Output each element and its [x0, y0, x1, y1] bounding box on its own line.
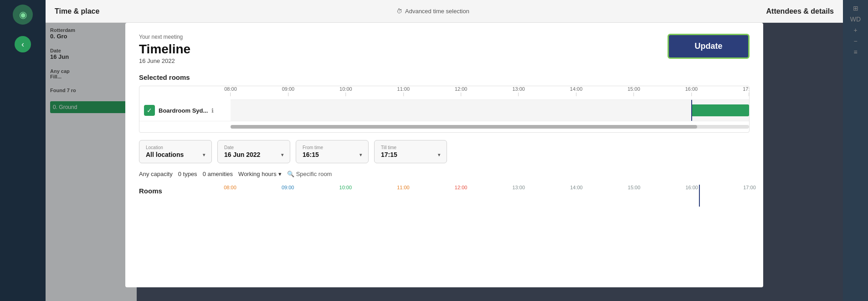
filter-row: Location All locations ▾ Date 16 Jun 202… [139, 140, 750, 163]
modal-title-block: Your next meeting Timeline 16 June 2022 [139, 34, 190, 64]
hour-tick-14: 14:00 [570, 86, 583, 96]
bottom-hour-11: 11:00 [397, 185, 410, 190]
modal-subtitle: Your next meeting [139, 34, 190, 40]
rooms-section: Rooms 08:00 09:00 10:00 11:00 12:00 13:0… [139, 185, 750, 197]
attendees-details-heading: Attendees & details [766, 7, 834, 16]
right-panel: ⊞ WD + − ≡ [843, 0, 868, 301]
hour-tick-11: 11:00 [397, 86, 410, 96]
modal-title: Timeline [139, 42, 190, 57]
timeline-container: 08:00 09:00 10:00 11:00 12:00 13:00 14:0… [139, 86, 750, 133]
bottom-hour-8: 08:00 [224, 185, 236, 190]
from-time-label: From time [303, 145, 362, 150]
date-select[interactable]: Date 16 Jun 2022 ▾ [217, 140, 290, 163]
date-label: Date [224, 145, 283, 150]
room-timeline [231, 100, 749, 121]
location-select[interactable]: Location All locations ▾ [139, 140, 212, 163]
from-time-select[interactable]: From time 16:15 ▾ [296, 140, 369, 163]
bottom-hour-17: 17:00 [743, 185, 756, 190]
scrollbar-thumb[interactable] [231, 125, 697, 129]
hours-chevron: ▾ [278, 171, 282, 177]
hour-tick-8: 08:00 [224, 86, 237, 96]
hour-tick-13: 13:00 [512, 86, 525, 96]
hour-tick-16: 16:00 [685, 86, 698, 96]
modal-header: Your next meeting Timeline 16 June 2022 … [139, 34, 750, 64]
clock-icon: ⏱ [396, 8, 402, 15]
hour-tick-10: 10:00 [339, 86, 352, 96]
hour-tick-17: 17:00 [743, 86, 750, 96]
rooms-label: Rooms [139, 187, 162, 195]
hour-tick-12: 12:00 [455, 86, 467, 96]
time-marker-line [691, 100, 692, 121]
date-value: 16 Jun 2022 ▾ [224, 151, 283, 158]
capacity-chip[interactable]: Any capacity [139, 171, 173, 177]
till-time-chevron: ▾ [438, 152, 440, 157]
room-info: ✓ Boardroom Syd... ℹ [139, 100, 231, 120]
rooms-label-col: Rooms [139, 187, 230, 195]
rooms-hours-row: 08:00 09:00 10:00 11:00 12:00 13:00 14:0… [230, 185, 750, 197]
hour-tick-9: 09:00 [282, 86, 295, 96]
till-time-select[interactable]: Till time 17:15 ▾ [374, 140, 447, 163]
timeline-header: 08:00 09:00 10:00 11:00 12:00 13:00 14:0… [139, 86, 749, 100]
till-time-value: 17:15 ▾ [381, 151, 440, 158]
minus-icon[interactable]: − [853, 37, 857, 45]
time-place-heading: Time & place [55, 7, 99, 16]
location-label: Location [146, 145, 205, 150]
wd-label: WD [850, 16, 861, 23]
settings-icon[interactable]: ≡ [853, 48, 857, 56]
modal-date: 16 June 2022 [139, 57, 190, 64]
amenities-chip[interactable]: 0 amenities [203, 171, 233, 177]
till-time-label: Till time [381, 145, 440, 150]
search-icon: 🔍 [287, 171, 294, 177]
room-check-icon[interactable]: ✓ [144, 105, 155, 116]
plus-icon[interactable]: + [853, 26, 857, 34]
grid-icon[interactable]: ⊞ [853, 5, 858, 12]
timeline-hours-row: 08:00 09:00 10:00 11:00 12:00 13:00 14:0… [231, 86, 749, 100]
room-search-chip[interactable]: 🔍 Specific room [287, 171, 332, 177]
modal: Your next meeting Timeline 16 June 2022 … [125, 23, 763, 287]
info-icon[interactable]: ℹ [211, 107, 214, 114]
bottom-time-marker [699, 185, 700, 207]
filter-chips-row: Any capacity 0 types 0 amenities Working… [139, 171, 750, 177]
logo: ◉ [13, 5, 33, 25]
bottom-hour-10: 10:00 [339, 185, 352, 190]
from-time-value: 16:15 ▾ [303, 151, 362, 158]
types-chip[interactable]: 0 types [178, 171, 197, 177]
logo-icon: ◉ [19, 9, 27, 20]
bottom-hour-9: 09:00 [282, 185, 294, 190]
bottom-hour-12: 12:00 [455, 185, 467, 190]
modal-overlay: Your next meeting Timeline 16 June 2022 … [46, 23, 843, 301]
scrollbar-row [139, 121, 749, 132]
hour-tick-15: 15:00 [627, 86, 640, 96]
bottom-hour-14: 14:00 [570, 185, 583, 190]
room-available-bar [691, 104, 749, 116]
room-name: Boardroom Syd... [159, 107, 208, 114]
date-chevron: ▾ [281, 152, 283, 157]
from-time-chevron: ▾ [360, 152, 362, 157]
hours-chip[interactable]: Working hours ▾ [238, 171, 282, 177]
location-chevron: ▾ [203, 152, 205, 157]
rooms-header: Rooms 08:00 09:00 10:00 11:00 12:00 13:0… [139, 185, 750, 197]
back-button[interactable]: ‹ [15, 36, 31, 52]
advanced-time-selection[interactable]: ⏱ Advanced time selection [396, 8, 469, 15]
bottom-hour-13: 13:00 [513, 185, 525, 190]
room-row: ✓ Boardroom Syd... ℹ [139, 100, 749, 121]
bottom-hour-16: 16:00 [685, 185, 698, 190]
update-button[interactable]: Update [668, 34, 750, 59]
location-value: All locations ▾ [146, 151, 205, 158]
selected-rooms-label: Selected rooms [139, 73, 750, 81]
scrollbar-track[interactable] [231, 125, 749, 129]
top-bar: Time & place ⏱ Advanced time selection A… [46, 0, 843, 23]
sidebar: ◉ ‹ [0, 0, 46, 301]
bottom-hour-15: 15:00 [628, 185, 641, 190]
